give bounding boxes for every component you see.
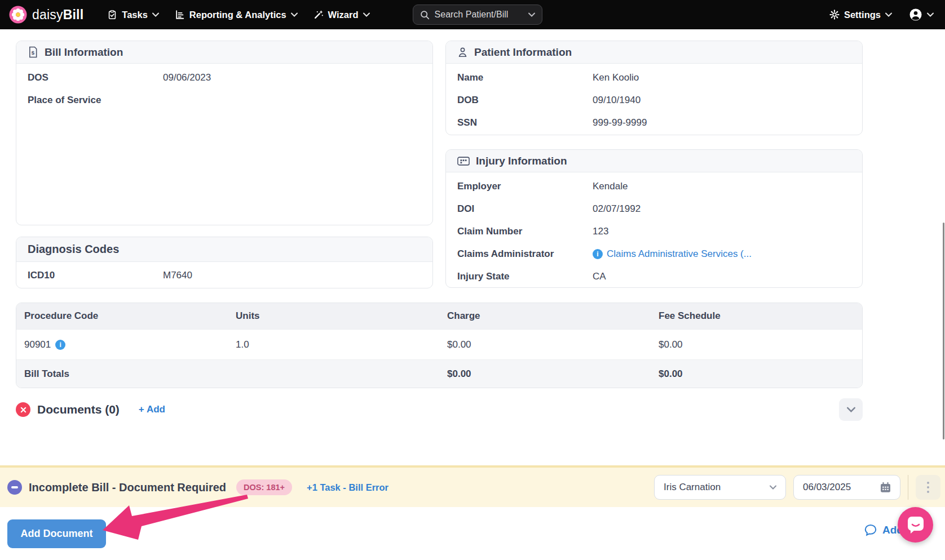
chevron-down-icon [528, 12, 535, 17]
vertical-scrollbar[interactable] [943, 223, 944, 439]
assignee-select[interactable]: Iris Carnation [654, 475, 786, 500]
col-procedure-code: Procedure Code [16, 310, 228, 322]
bill-information-panel: $ Bill Information DOS 09/06/2023 Place … [16, 41, 433, 225]
nav-tasks[interactable]: Tasks [99, 0, 167, 29]
missing-documents-icon [16, 402, 30, 417]
nav-settings[interactable]: Settings [827, 0, 894, 29]
add-document-button[interactable]: Add Document [7, 519, 106, 548]
patient-person-icon [457, 47, 468, 57]
documents-section: Documents (0) + Add [16, 396, 863, 423]
claims-administrator-link[interactable]: Claims Administrative Services (... [607, 248, 752, 260]
chevron-down-icon [363, 12, 370, 17]
col-units: Units [228, 310, 439, 322]
dos-age-badge: DOS: 181+ [236, 479, 292, 495]
procedure-table-header: Procedure Code Units Charge Fee Schedule [16, 303, 862, 329]
diagnosis-codes-panel: Diagnosis Codes ICD10 M7640 [16, 237, 433, 288]
user-avatar-icon [909, 8, 922, 21]
chevron-down-icon [291, 12, 298, 17]
bill-document-icon: $ [28, 46, 38, 58]
injury-row-doi: DOI 02/07/1992 [446, 198, 862, 220]
bill-totals-row: Bill Totals $0.00 $0.00 [16, 359, 862, 388]
collapse-section-button[interactable] [839, 398, 863, 421]
patient-information-panel: Patient Information Name Ken Koolio DOB … [445, 41, 863, 135]
procedure-code: 90901 [24, 339, 51, 350]
injury-information-panel: Injury Information Employer Kendale DOI … [445, 149, 863, 288]
search-icon [420, 10, 430, 20]
gear-icon [829, 10, 840, 20]
procedure-table: Procedure Code Units Charge Fee Schedule… [16, 303, 863, 388]
nav-reporting-analytics[interactable]: Reporting & Analytics [167, 0, 306, 29]
svg-text:$: $ [32, 50, 35, 56]
units-value: 1.0 [228, 339, 439, 350]
task-bill-error-link[interactable]: +1 Task - Bill Error [307, 482, 388, 493]
bill-status-bar: Incomplete Bill - Document Required DOS:… [0, 465, 945, 507]
chevron-down-icon [847, 407, 855, 412]
brand-name: daisyBill [32, 7, 83, 23]
magic-wand-icon [313, 10, 324, 20]
daisybill-logo[interactable]: daisyBill [9, 6, 83, 24]
account-menu[interactable] [907, 0, 936, 29]
info-icon[interactable]: i [593, 249, 603, 259]
panel-title: Diagnosis Codes [28, 243, 119, 256]
col-charge: Charge [439, 310, 651, 322]
col-fee-schedule: Fee Schedule [651, 310, 862, 322]
table-row: 90901 i 1.0 $0.00 $0.00 [16, 329, 862, 359]
search-placeholder: Search Patient/Bill [435, 10, 509, 20]
daisy-flower-icon [9, 6, 27, 24]
incomplete-status-icon [7, 480, 22, 495]
patient-row-ssn: SSN 999-99-9999 [446, 112, 862, 134]
bill-row-place-of-service: Place of Service [16, 89, 432, 112]
bill-row-dos: DOS 09/06/2023 [16, 66, 432, 89]
top-navbar: daisyBill Tasks Reporting & Analytics Wi… [0, 0, 945, 29]
panel-title: Patient Information [474, 46, 572, 59]
chat-widget-button[interactable] [898, 507, 933, 543]
injury-row-employer: Employer Kendale [446, 175, 862, 198]
total-charge: $0.00 [439, 368, 651, 380]
more-actions-button[interactable] [916, 475, 940, 500]
chevron-down-icon [152, 12, 159, 17]
documents-title: Documents (0) [37, 403, 120, 416]
injury-row-claims-administrator: Claims Administrator i Claims Administra… [446, 243, 862, 265]
chat-bubble-icon [906, 515, 926, 535]
calendar-icon [880, 482, 891, 493]
bar-chart-icon [175, 10, 185, 20]
fee-schedule-value: $0.00 [651, 339, 862, 350]
clipboard-icon [107, 10, 117, 20]
injury-row-claim-number: Claim Number 123 [446, 220, 862, 243]
patient-row-name: Name Ken Koolio [446, 66, 862, 89]
panel-title: Injury Information [476, 155, 567, 167]
charge-value: $0.00 [439, 339, 651, 350]
chevron-down-icon [927, 12, 934, 17]
injury-card-icon [457, 157, 470, 166]
nav-wizard[interactable]: Wizard [306, 0, 378, 29]
add-document-link[interactable]: + Add [139, 404, 165, 415]
diagnosis-row-icd10: ICD10 M7640 [16, 263, 432, 288]
speech-bubble-icon [864, 523, 877, 537]
bill-status-title: Incomplete Bill - Document Required [29, 481, 226, 494]
bill-totals-label: Bill Totals [16, 368, 228, 380]
chevron-down-icon [885, 12, 892, 17]
divider [908, 475, 908, 500]
info-icon[interactable]: i [55, 340, 65, 350]
due-date-input[interactable]: 06/03/2025 [793, 475, 900, 500]
panel-title: Bill Information [45, 46, 123, 59]
chevron-down-icon [770, 485, 776, 490]
search-input[interactable]: Search Patient/Bill [413, 5, 542, 25]
injury-row-injury-state: Injury State CA [446, 265, 862, 288]
total-fee-schedule: $0.00 [651, 368, 862, 380]
patient-row-dob: DOB 09/10/1940 [446, 89, 862, 112]
